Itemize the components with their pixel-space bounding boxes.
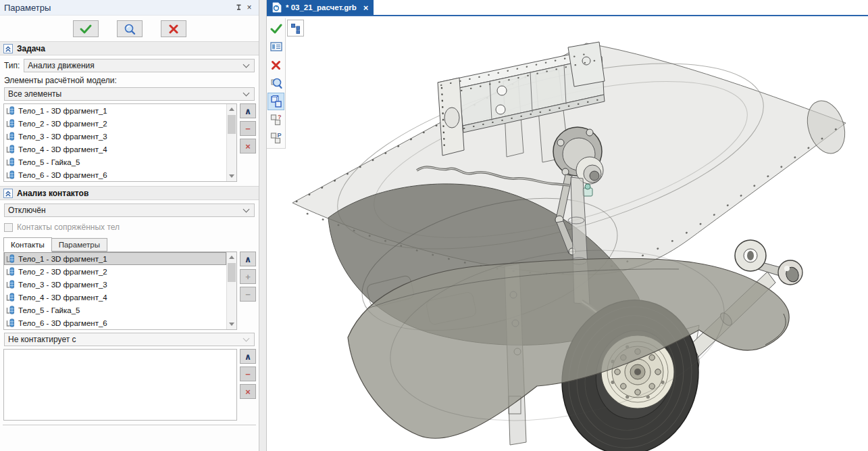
viewport-toolbar: ? P [267, 18, 286, 149]
section-contacts: Анализ контактов [0, 186, 259, 200]
chevron-down-icon [243, 206, 250, 213]
preview-button[interactable] [117, 20, 143, 37]
section-contacts-title: Анализ контактов [17, 189, 88, 198]
cubes-params-icon: P [270, 132, 282, 144]
scroll-up-icon[interactable] [227, 252, 236, 262]
bodies-params-button[interactable]: P [267, 129, 284, 147]
properties-button[interactable] [267, 38, 284, 55]
remove-button[interactable]: − [240, 121, 256, 136]
properties-icon [270, 41, 282, 52]
application-window: Параметры × [0, 0, 868, 451]
body-icon [5, 292, 16, 302]
contacts-mode-select[interactable]: Отключён [4, 204, 255, 217]
cancel-button[interactable] [267, 56, 284, 74]
list-item[interactable]: Тело_3 - 3D фрагмент_3 [4, 130, 226, 143]
body-icon [5, 305, 16, 315]
remove-button[interactable]: − [240, 366, 256, 381]
list-item[interactable]: Тело_2 - 3D фрагмент_2 [4, 117, 226, 130]
preview-button[interactable] [267, 74, 284, 92]
collapse-icon[interactable] [3, 189, 13, 198]
parameters-panel: Параметры × [0, 0, 259, 451]
move-up-button[interactable]: ∧ [240, 252, 256, 266]
body-icon [5, 318, 16, 328]
no-contact-select[interactable]: Не контактирует с [4, 333, 255, 346]
document-tab[interactable]: * 03_21_расчет.grb × [267, 0, 374, 15]
cancel-button[interactable] [161, 20, 186, 37]
scroll-thumb[interactable] [228, 263, 236, 282]
panel-titlebar: Параметры × [0, 0, 259, 16]
viewport-3d[interactable]: ? P [267, 18, 868, 451]
list-item[interactable]: Тело_6 - 3D фрагмент_6 [4, 168, 226, 181]
document-tab-title: * 03_21_расчет.grb [286, 3, 357, 11]
list-item[interactable]: Тело_1 - 3D фрагмент_1 [4, 104, 226, 117]
elements-filter-select[interactable]: Все элементы [4, 87, 255, 101]
elements-label: Элементы расчётной модели: [4, 76, 117, 85]
chevron-down-icon [243, 62, 250, 68]
cubes-question-icon: ? [270, 114, 282, 126]
body-icon [5, 105, 16, 116]
type-select[interactable]: Анализ движения [24, 59, 255, 72]
type-label: Тип: [4, 61, 20, 70]
body-icon [5, 254, 16, 264]
select-bodies-button[interactable] [267, 93, 284, 110]
check-icon [79, 24, 93, 34]
ok-button[interactable] [267, 20, 284, 37]
svg-text:P: P [277, 132, 281, 139]
scroll-up-icon[interactable] [227, 104, 236, 114]
list-item-selected[interactable]: Тело_1 - 3D фрагмент_1 [4, 252, 226, 265]
list-item[interactable]: Тело_4 - 3D фрагмент_4 [4, 291, 226, 304]
body-icon [5, 279, 16, 289]
magnifier-icon [124, 23, 136, 35]
model-elements-list: Тело_1 - 3D фрагмент_1 Тело_2 - 3D фрагм… [3, 103, 237, 182]
mated-bodies-label: Контакты сопряжённых тел [17, 222, 120, 232]
list-item[interactable]: Тело_5 - Гайка_5 [4, 156, 226, 168]
body-icon [5, 266, 16, 277]
bodies-unknown-button[interactable]: ? [267, 111, 284, 128]
document-tabbar: * 03_21_расчет.grb × [267, 0, 868, 16]
collapse-icon[interactable] [3, 44, 13, 53]
structure-button[interactable] [287, 20, 304, 37]
panel-splitter[interactable] [259, 0, 267, 451]
panel-bottom-border [3, 425, 256, 425]
delete-button[interactable]: × [240, 139, 256, 153]
check-icon [270, 24, 282, 34]
magnifier-icon [270, 77, 282, 89]
list-scrollbar[interactable] [226, 104, 236, 181]
scroll-down-icon[interactable] [227, 171, 236, 181]
move-up-button[interactable]: ∧ [240, 349, 256, 364]
two-cubes-icon [270, 95, 282, 108]
section-task-title: Задача [17, 44, 45, 53]
contacts-tabs: Контакты Параметры [0, 233, 259, 252]
tab-contacts[interactable]: Контакты [3, 237, 52, 252]
body-icon [5, 144, 16, 154]
add-button[interactable]: + [240, 269, 256, 284]
list-item[interactable]: Тело_3 - 3D фрагмент_3 [4, 278, 226, 291]
document-area: * 03_21_расчет.grb × [267, 0, 868, 451]
model-landing-gear [267, 18, 868, 451]
list-scrollbar[interactable] [226, 252, 236, 329]
mated-bodies-checkbox[interactable] [4, 223, 13, 232]
delete-button[interactable]: × [240, 384, 256, 399]
tab-close-icon[interactable]: × [363, 3, 369, 13]
scroll-thumb[interactable] [228, 115, 236, 134]
list-item[interactable]: Тело_4 - 3D фрагмент_4 [4, 143, 226, 156]
document-icon [272, 2, 282, 13]
move-up-button[interactable]: ∧ [240, 103, 256, 118]
remove-button[interactable]: − [240, 287, 256, 302]
panel-title: Параметры [4, 3, 233, 13]
chevron-down-icon [243, 90, 250, 97]
scroll-down-icon[interactable] [227, 319, 236, 329]
list-item[interactable]: Тело_2 - 3D фрагмент_2 [4, 265, 226, 278]
no-contact-list[interactable] [3, 349, 237, 421]
body-icon [5, 170, 16, 180]
list-item[interactable]: Тело_5 - Гайка_5 [4, 304, 226, 316]
svg-text:?: ? [278, 114, 282, 120]
panel-actions [0, 16, 259, 41]
close-icon[interactable]: × [244, 2, 255, 13]
ok-button[interactable] [73, 20, 99, 37]
list-item[interactable]: Тело_6 - 3D фрагмент_6 [4, 316, 226, 329]
tab-parameters[interactable]: Параметры [52, 238, 107, 252]
contacts-list: Тело_1 - 3D фрагмент_1 Тело_2 - 3D фрагм… [3, 252, 237, 330]
x-icon [271, 60, 281, 70]
pin-icon[interactable] [233, 2, 244, 13]
